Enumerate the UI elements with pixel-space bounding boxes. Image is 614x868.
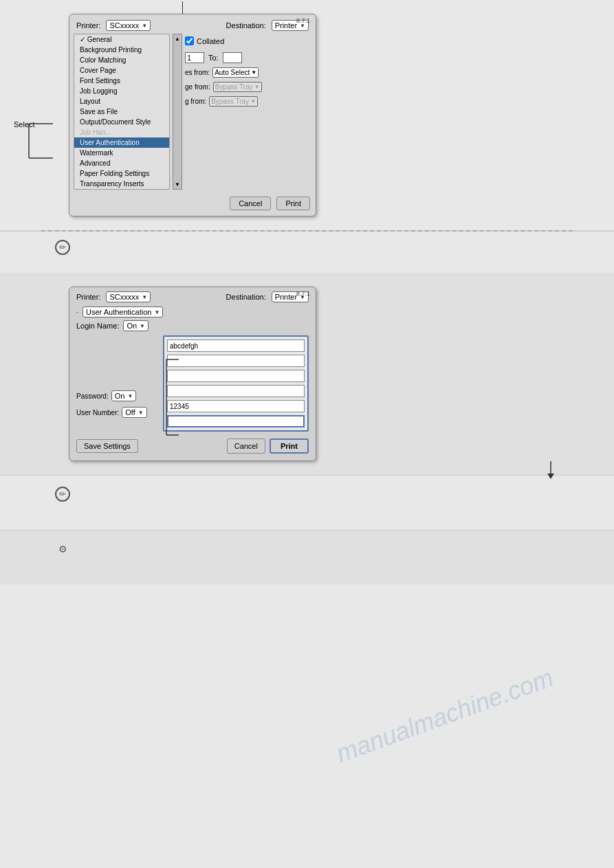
input-field-5[interactable] xyxy=(167,400,305,412)
svg-marker-7 xyxy=(547,474,554,479)
scroll-up-icon: ▲ xyxy=(175,36,180,42)
menu-item-layout[interactable]: Layout xyxy=(74,96,169,107)
menu-item-jobhandling[interactable]: Job Han... xyxy=(74,127,169,137)
printer-label: Printer: xyxy=(76,21,100,30)
collated-row: Collated xyxy=(185,34,311,48)
printer2-select[interactable]: SCxxxxx ▼ xyxy=(106,291,151,302)
menu-item-saveas[interactable]: Save as File xyxy=(74,107,169,117)
note2-section: ✏ xyxy=(0,475,614,530)
printer2-arrow-icon: ▼ xyxy=(142,294,147,300)
page-wrapper: 8.7.1 Printer: SCxxxxx ▼ Destination: Pr… xyxy=(0,0,614,868)
menu-item-advanced[interactable]: Advanced xyxy=(74,158,169,168)
dialog-body: General Background Printing Color Matchi… xyxy=(69,34,316,194)
note3-icon: ⚙ xyxy=(55,542,70,557)
printer-select[interactable]: SCxxxxx ▼ xyxy=(106,20,151,31)
menu-item-watermark[interactable]: Watermark xyxy=(74,148,169,158)
password-value: On xyxy=(115,392,125,400)
category-row: - User Authentication ▼ xyxy=(69,305,316,319)
paper-row1: es from: Auto Select ▼ xyxy=(185,67,311,78)
something-from-arrow-icon: ▼ xyxy=(250,98,256,104)
user-number-value: Off xyxy=(125,408,135,416)
gear-icon: ⚙ xyxy=(58,544,67,555)
menu-item-userauth[interactable]: User Authentication xyxy=(74,137,169,148)
note3-section: ⚙ xyxy=(0,530,614,585)
password-select[interactable]: On ▼ xyxy=(111,390,137,401)
second-dialog: 8.7.1 Printer: SCxxxxx ▼ Destination: Pr… xyxy=(69,287,316,461)
menu-item-general[interactable]: General xyxy=(74,34,169,45)
dialog2-version: 8.7.1 xyxy=(296,290,310,297)
left-form: Password: On ▼ User Number: Off ▼ xyxy=(76,335,159,432)
menu-item-background[interactable]: Background Printing xyxy=(74,45,169,55)
destination2-value: Printer xyxy=(275,293,297,301)
page-from-select[interactable]: Bypass Tray ▼ xyxy=(213,82,262,92)
dialog2-body: Password: On ▼ User Number: Off ▼ xyxy=(69,333,316,434)
note1-icon: ✏ xyxy=(55,240,70,255)
pointer-line-top xyxy=(182,1,183,14)
paper-row3: g from: Bypass Tray ▼ xyxy=(185,96,311,107)
input-field-2[interactable] xyxy=(167,355,305,367)
menu-item-font[interactable]: Font Settings xyxy=(74,76,169,86)
bracket-inputs-svg xyxy=(160,353,180,442)
category-select[interactable]: User Authentication ▼ xyxy=(83,307,163,318)
destination2-label: Destination: xyxy=(226,293,266,301)
note1-section: ✏ xyxy=(0,232,614,273)
copies-from-input[interactable] xyxy=(185,52,204,63)
print-button[interactable]: Print xyxy=(276,197,310,210)
to-label: To: xyxy=(208,54,219,62)
printer2-value: SCxxxxx xyxy=(109,293,139,301)
cancel2-button[interactable]: Cancel xyxy=(227,438,265,454)
menu-item-paperfolding[interactable]: Paper Folding Settings xyxy=(74,168,169,179)
something-from-label: g from: xyxy=(185,98,206,105)
menu-item-output[interactable]: Output/Document Style xyxy=(74,117,169,127)
password-row: Password: On ▼ xyxy=(76,390,159,401)
menu-item-transparency[interactable]: Transparency Inserts xyxy=(74,179,169,189)
paper-from-select[interactable]: Auto Select ▼ xyxy=(212,67,259,78)
paper-row2: ge from: Bypass Tray ▼ xyxy=(185,82,311,92)
print2-button[interactable]: Print xyxy=(270,438,309,454)
note2-icon: ✏ xyxy=(55,487,70,502)
copies-to-input[interactable] xyxy=(223,52,242,63)
something-from-select[interactable]: Bypass Tray ▼ xyxy=(209,96,258,107)
printer2-label: Printer: xyxy=(76,293,100,301)
save-settings-button[interactable]: Save Settings xyxy=(76,439,138,453)
login-name-label: Login Name: xyxy=(76,322,119,330)
login-name-select[interactable]: On ▼ xyxy=(123,320,149,331)
scroll-button[interactable]: ▲ ▼ xyxy=(173,34,182,190)
menu-item-logging[interactable]: Job Logging xyxy=(74,86,169,96)
something-from-value: Bypass Tray xyxy=(211,98,249,105)
dialog2-header: Printer: SCxxxxx ▼ Destination: Printer … xyxy=(69,287,316,305)
pencil-icon: ✏ xyxy=(59,243,66,252)
paper-from-value: Auto Select xyxy=(215,69,250,76)
print-arrow-svg xyxy=(544,461,558,479)
page-from-value: Bypass Tray xyxy=(215,83,253,91)
input-field-3[interactable] xyxy=(167,370,305,382)
password-label: Password: xyxy=(76,392,109,400)
paper-from-arrow-icon: ▼ xyxy=(251,69,256,76)
destination-label: Destination: xyxy=(226,21,266,30)
sidebar-menu: General Background Printing Color Matchi… xyxy=(74,34,170,190)
user-number-arrow-icon: ▼ xyxy=(138,410,144,416)
cancel-button[interactable]: Cancel xyxy=(230,197,271,210)
dialog-header: Printer: SCxxxxx ▼ Destination: Printer … xyxy=(69,14,316,34)
bracket-svg xyxy=(15,120,63,162)
menu-item-color[interactable]: Color Matching xyxy=(74,55,169,65)
footer-right-buttons: Cancel Print xyxy=(227,438,309,454)
menu-item-cover[interactable]: Cover Page xyxy=(74,65,169,76)
input-field-1[interactable] xyxy=(167,340,305,352)
page-from-label: ge from: xyxy=(185,83,210,91)
login-name-value: On xyxy=(127,322,137,330)
copies-row: To: xyxy=(185,52,311,63)
user-number-select[interactable]: Off ▼ xyxy=(122,407,146,418)
first-dialog: 8.7.1 Printer: SCxxxxx ▼ Destination: Pr… xyxy=(69,14,316,216)
right-panel: Collated To: es from: Auto Select ▼ xyxy=(185,34,311,190)
scroll-down-icon: ▼ xyxy=(175,181,180,188)
input-field-6[interactable] xyxy=(167,415,305,427)
copies-from-label: es from: xyxy=(185,69,210,76)
dialog-version: 8.7.1 xyxy=(296,17,310,24)
login-name-row: Login Name: On ▼ xyxy=(69,319,316,333)
collated-checkbox[interactable] xyxy=(185,36,194,45)
right-inputs xyxy=(163,335,309,432)
input-field-4[interactable] xyxy=(167,385,305,397)
printer-value: SCxxxxx xyxy=(109,21,139,30)
destination-value: Printer xyxy=(275,21,297,30)
